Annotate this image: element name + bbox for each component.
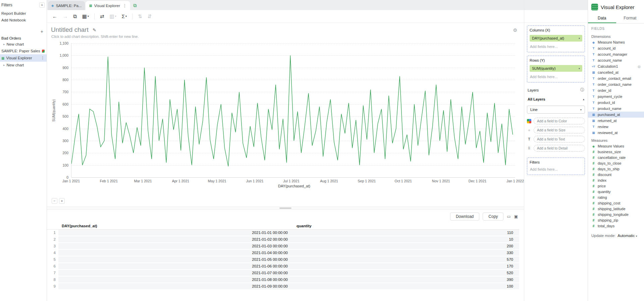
tab-data[interactable]: Data — [588, 13, 616, 23]
table-row[interactable]: 5 2021-01-05 00:00:00 570 — [47, 256, 519, 263]
expand-table-icon[interactable]: ▣ — [514, 214, 518, 219]
measure-field-item[interactable]: Measure Values — [588, 143, 644, 149]
dimension-field-item[interactable]: reviewed_at — [588, 130, 644, 136]
back-icon[interactable]: ← — [52, 13, 57, 19]
dimension-field-item[interactable]: Calculation1 ◎ — [588, 63, 644, 69]
chart-settings-icon[interactable]: ⚙ — [513, 27, 517, 33]
columns-add-fields-placeholder[interactable]: Add fields here... — [530, 44, 582, 50]
table-row[interactable]: 8 2021-01-08 00:00:00 390 — [47, 276, 519, 283]
dimension-field-item[interactable]: order_id — [588, 87, 644, 94]
pan-icon[interactable]: ⌖ — [59, 198, 65, 204]
sidebar-item-add-notebook[interactable]: Add Notebook — [0, 17, 47, 23]
filters-shelf[interactable]: Filters Add fields here... — [527, 158, 585, 175]
field-pill-day-purchased-at[interactable]: DAY(purchased_at) ▾ — [530, 35, 582, 42]
caret-down-icon[interactable]: ▾ — [579, 67, 580, 70]
table-row[interactable]: 2 2021-01-02 00:00:00 10 — [47, 236, 519, 243]
edit-title-icon[interactable]: ✎ — [93, 27, 96, 33]
chart-type-icon[interactable]: ▦ — [82, 13, 89, 19]
swap-axes-icon[interactable]: ⇄ — [100, 13, 104, 19]
measure-field-item[interactable]: shipping_longitude — [588, 212, 644, 218]
encoding-row[interactable]: Add a field to Size — [527, 127, 585, 133]
measure-field-item[interactable]: days_to_ship — [588, 166, 644, 172]
dimension-field-item[interactable]: account_manager — [588, 51, 644, 57]
columns-shelf[interactable]: Columns (X) DAY(purchased_at) ▾ Add fiel… — [527, 25, 585, 52]
measure-field-item[interactable]: index — [588, 178, 644, 183]
new-tab-icon[interactable]: ⧉ — [133, 3, 137, 8]
dimension-field-item[interactable]: returned_at — [588, 118, 644, 124]
measure-field-item[interactable]: total_days — [588, 223, 644, 229]
measure-field-item[interactable]: business_size — [588, 149, 644, 155]
chart-description-placeholder[interactable]: Click to add chart description. Shift-en… — [51, 35, 517, 39]
filters-add-fields-placeholder[interactable]: Add fields here... — [530, 167, 582, 172]
measure-field-item[interactable]: shipping_zip — [588, 218, 644, 223]
column-header-date[interactable]: DAY(purchased_at) — [58, 223, 293, 230]
sidebar-item-new-chart-2[interactable]: ▸ New chart — [0, 62, 47, 68]
rows-add-fields-placeholder[interactable]: Add fields here... — [530, 74, 582, 80]
chart-title[interactable]: Untitled chart — [51, 26, 89, 34]
dimension-field-item[interactable]: cancelled_at — [588, 69, 644, 75]
measure-field-item[interactable]: shipping_cost — [588, 200, 644, 206]
zoom-out-icon[interactable]: − — [52, 198, 57, 204]
dimension-field-item[interactable]: order_contact_email — [588, 75, 644, 81]
encoding-placeholder[interactable]: Add a field to Detail — [534, 145, 585, 152]
tab-format[interactable]: Format — [616, 13, 644, 23]
forward-icon[interactable]: → — [63, 13, 68, 19]
resize-grip[interactable] — [279, 207, 291, 209]
measure-field-item[interactable]: shipping_latitude — [588, 206, 644, 212]
tab-menu-icon[interactable]: ⋮ — [123, 3, 127, 8]
dimension-field-item[interactable]: account_id — [588, 45, 644, 51]
aggregate-icon[interactable]: Σ — [122, 13, 127, 19]
kebab-menu-icon[interactable]: ⋮ — [41, 56, 45, 60]
rows-shelf[interactable]: Rows (Y) SUM(quantity) ▾ Add fields here… — [527, 56, 585, 82]
sidebar-item-visual-explorer[interactable]: ▦ Visual Explorer ⋮ — [0, 54, 47, 62]
bin-icon[interactable]: ▥ — [110, 13, 116, 19]
measure-field-item[interactable]: days_to_close — [588, 161, 644, 166]
collapse-sidebar-icon[interactable]: « — [39, 2, 45, 8]
encoding-placeholder[interactable]: Add a field to Text — [534, 136, 585, 142]
dimension-field-item[interactable]: payment_cycle — [588, 94, 644, 100]
measure-field-item[interactable]: rating — [588, 195, 644, 200]
dimension-field-item[interactable]: review — [588, 124, 644, 130]
mark-type-select[interactable]: Line ▾ — [527, 106, 585, 114]
measure-field-item[interactable]: price — [588, 183, 644, 189]
sort-asc-icon[interactable]: ⇅ — [138, 13, 142, 19]
measure-field-item[interactable]: discount — [588, 172, 644, 178]
dimension-field-item[interactable]: account_name — [588, 57, 644, 63]
dimension-field-item[interactable]: product_id — [588, 100, 644, 106]
add-item-icon[interactable]: + — [41, 29, 43, 34]
encoding-row[interactable]: Add a field to Text — [527, 136, 585, 142]
sidebar-item-bad-orders[interactable]: Bad Orders — [0, 35, 47, 41]
dimension-field-item[interactable]: purchased_at — [588, 112, 644, 118]
panel-resize-handle[interactable] — [47, 206, 524, 210]
measure-field-item[interactable]: cancellation_rate — [588, 155, 644, 161]
add-cell-icon[interactable]: ⧉ — [73, 13, 77, 19]
encoding-row[interactable]: Add a field to Detail — [527, 145, 585, 152]
download-button[interactable]: Download — [450, 213, 479, 221]
info-icon[interactable]: ⓘ — [580, 87, 584, 93]
table-row[interactable]: 9 2021-01-09 00:00:00 100 — [47, 283, 519, 290]
chart-plot[interactable] — [71, 43, 515, 177]
caret-down-icon[interactable]: ▾ — [579, 37, 580, 40]
tab-sample-paper-sales[interactable]: ◈ SAMPLE: Pa... — [48, 1, 85, 10]
table-row[interactable]: 4 2021-01-04 00:00:00 330 — [47, 249, 519, 256]
copy-button[interactable]: Copy — [483, 213, 503, 221]
encoding-row[interactable]: Add a field to Color — [527, 118, 585, 124]
sidebar-item-new-chart-1[interactable]: ▸ New chart — [0, 41, 47, 48]
dimension-field-item[interactable]: product_name — [588, 106, 644, 112]
dimension-field-item[interactable]: Measure Names — [588, 40, 644, 45]
column-header-quantity[interactable]: quantity — [293, 223, 519, 230]
dimension-field-item[interactable]: order_contact_name — [588, 81, 644, 87]
sidebar-item-sample-paper-sales[interactable]: SAMPLE: Paper Sales — [0, 48, 47, 54]
sort-desc-icon[interactable]: ⇵ — [148, 13, 152, 19]
all-layers-row[interactable]: All Layers ▴ — [527, 96, 585, 102]
update-mode-select[interactable]: Automatic ▾ — [618, 234, 637, 238]
encoding-placeholder[interactable]: Add a field to Color — [534, 118, 585, 124]
field-pill-sum-quantity[interactable]: SUM(quantity) ▾ — [530, 65, 582, 72]
sidebar-item-report-builder[interactable]: Report Builder — [0, 10, 47, 17]
table-row[interactable]: 1 2021-01-01 00:00:00 110 — [47, 230, 519, 236]
table-row[interactable]: 7 2021-01-07 00:00:00 520 — [47, 269, 519, 276]
collapse-table-icon[interactable]: ▭ — [507, 214, 511, 219]
measure-field-item[interactable]: quantity — [588, 189, 644, 195]
tab-visual-explorer[interactable]: ▦ Visual Explorer ⋮ — [86, 1, 130, 10]
table-row[interactable]: 3 2021-01-03 00:00:00 200 — [47, 243, 519, 249]
